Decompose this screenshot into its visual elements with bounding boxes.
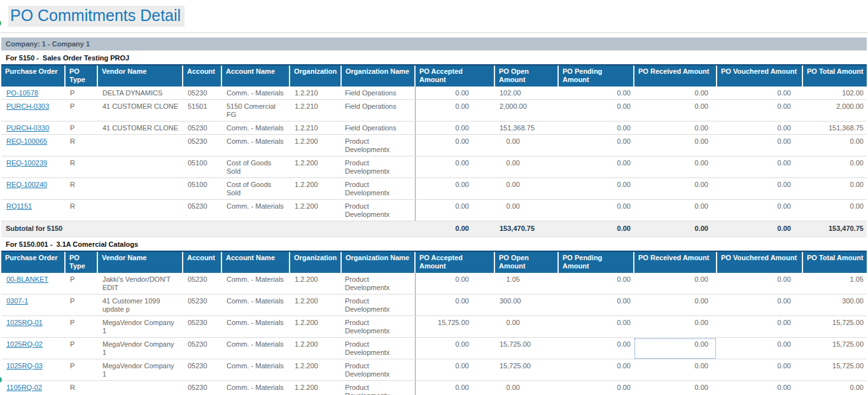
amount-cell: 0.00 <box>415 121 494 135</box>
amount-cell: 0.00 <box>717 316 802 338</box>
account-name-cell: Comm. - Materials <box>221 87 290 100</box>
organization-name-cell: Field Operations <box>341 121 415 135</box>
subtotal-amount: 0.00 <box>717 221 802 237</box>
amount-cell: 0.00 <box>634 100 717 121</box>
table-row: 00-BLANKETPJakki's Vendor/DON'T EDIT0523… <box>1 273 867 295</box>
amount-cell: 0.00 <box>494 316 558 338</box>
po-link[interactable]: 1105RQ-02 <box>6 384 42 391</box>
account-cell: 05230 <box>183 135 221 156</box>
column-header-organization: Organization <box>290 65 341 87</box>
po-cell: REQ-100239 <box>1 156 65 178</box>
po-type-cell: P <box>65 273 97 295</box>
amount-cell: 0.00 <box>494 178 558 200</box>
organization-name-cell: Product Developmentx <box>341 135 415 156</box>
column-header-po-vouchered-amount: PO Vouchered Amount <box>717 251 802 273</box>
amount-cell: 0.00 <box>717 87 802 100</box>
amount-cell: 0.00 <box>717 100 802 121</box>
po-type-cell: P <box>65 295 97 316</box>
account-name-cell: Comm. - Materials <box>221 200 290 221</box>
amount-cell: 0.00 <box>634 178 717 200</box>
organization-name-cell: Product Developmentx <box>341 178 415 200</box>
account-cell: 05230 <box>183 87 221 100</box>
po-link[interactable]: 1025RQ-02 <box>6 340 43 348</box>
amount-cell: 0.00 <box>634 316 717 338</box>
account-cell: 05100 <box>183 178 221 200</box>
po-link[interactable]: 00-BLANKET <box>6 275 48 283</box>
account-cell: 05230 <box>183 338 221 359</box>
po-cell: 1025RQ-02 <box>1 338 65 359</box>
amount-cell: 0.00 <box>802 200 867 221</box>
amount-cell: 0.00 <box>558 338 634 359</box>
column-header-po-vouchered-amount: PO Vouchered Amount <box>717 65 802 87</box>
amount-cell: 0.00 <box>494 381 558 395</box>
amount-cell: 0.00 <box>558 156 634 178</box>
amount-cell: 0.00 <box>558 273 634 295</box>
organization-cell: 1.2.210 <box>290 121 341 135</box>
account-cell: 05230 <box>183 273 221 295</box>
amount-cell: 0.00 <box>634 359 717 381</box>
po-link[interactable]: PURCH-0303 <box>6 102 49 110</box>
column-header-po-open-amount: PO Open Amount <box>494 65 558 87</box>
organization-name-cell: Field Operations <box>341 100 415 121</box>
section-heading: For 5150 - Sales Order Testing PROJ <box>1 50 867 64</box>
organization-cell: 1.2.200 <box>290 295 341 316</box>
vendor-name-cell: Jakki's Vendor/DON'T EDIT <box>97 273 183 295</box>
po-type-cell: P <box>65 121 97 135</box>
po-link[interactable]: REQ-100239 <box>6 159 47 167</box>
amount-cell: 0.00 <box>802 381 867 395</box>
amount-cell: 300.00 <box>802 295 867 316</box>
company-bar: Company: 1 - Company 1 <box>1 38 867 50</box>
po-link[interactable]: REQ-100240 <box>6 181 47 188</box>
amount-cell: 151,368.75 <box>802 121 867 135</box>
po-link[interactable]: PO-10578 <box>6 89 38 97</box>
po-link[interactable]: REQ-100065 <box>6 137 47 145</box>
amount-cell: 0.00 <box>558 381 634 395</box>
subtotal-label: Subtotal for 5150 <box>1 221 415 237</box>
amount-cell: 102.00 <box>802 87 867 100</box>
organization-name-cell: Product Developmentx <box>341 381 415 395</box>
po-link[interactable]: 1025RQ-03 <box>6 362 43 370</box>
po-type-cell: R <box>65 381 97 395</box>
header-row: Purchase OrderPO TypeVendor NameAccountA… <box>1 65 867 87</box>
po-link[interactable]: PURCH-0330 <box>6 124 49 132</box>
account-name-cell: Comm. - Materials <box>221 381 290 395</box>
table-row: RQ1151R05230Comm. - Materials1.2.200Prod… <box>1 200 867 221</box>
amount-cell: 0.00 <box>717 135 802 156</box>
po-link[interactable]: 1025RQ-01 <box>6 319 43 326</box>
subtotal-amount: 0.00 <box>415 221 494 237</box>
vendor-name-cell: 41 CUSTOMER CLONE <box>97 100 183 121</box>
subtotal-amount: 153,470.75 <box>802 221 867 237</box>
subtotal-amount: 0.00 <box>558 221 634 237</box>
account-name-cell: Cost of Goods Sold <box>221 156 290 178</box>
po-type-cell: P <box>65 100 97 121</box>
organization-name-cell: Product Developmentx <box>341 200 415 221</box>
organization-name-cell: Product Developmentx <box>341 338 415 359</box>
amount-cell: 0.00 <box>717 295 802 316</box>
po-cell: 00-BLANKET <box>1 273 65 295</box>
table-row: 0307-1P41 Customer 1099 update p05230Com… <box>1 295 867 316</box>
column-header-po-received-amount: PO Received Amount <box>634 251 717 273</box>
subtotal-row: Subtotal for 51500.00153,470.750.000.000… <box>1 221 867 237</box>
table-row: REQ-100065R05230Comm. - Materials1.2.200… <box>1 135 867 156</box>
column-header-purchase-order: Purchase Order <box>1 251 65 273</box>
vendor-name-cell: MegaVendor Company 1 <box>97 338 183 359</box>
account-cell: 05230 <box>183 381 221 395</box>
amount-cell: 0.00 <box>634 295 717 316</box>
amount-cell: 0.00 <box>634 156 717 178</box>
account-name-cell: Comm. - Materials <box>221 135 290 156</box>
vendor-name-cell <box>97 381 183 395</box>
amount-cell: 0.00 <box>415 100 494 121</box>
amount-cell: 0.00 <box>717 121 802 135</box>
po-link[interactable]: RQ1151 <box>6 202 32 210</box>
amount-cell: 0.00 <box>634 273 717 295</box>
organization-cell: 1.2.210 <box>290 100 341 121</box>
po-type-cell: P <box>65 316 97 338</box>
column-header-po-total-amount: PO Total Amount <box>802 251 867 273</box>
organization-name-cell: Product Developmentx <box>341 156 415 178</box>
po-link[interactable]: 0307-1 <box>6 297 28 305</box>
po-type-cell: R <box>65 200 97 221</box>
account-cell: 05230 <box>183 359 221 381</box>
amount-cell: 0.00 <box>415 87 494 100</box>
table-row: PO-10578PDELTA DYNAMICS05230Comm. - Mate… <box>1 87 867 100</box>
focused-amount-cell[interactable]: 0.00 <box>634 338 717 359</box>
